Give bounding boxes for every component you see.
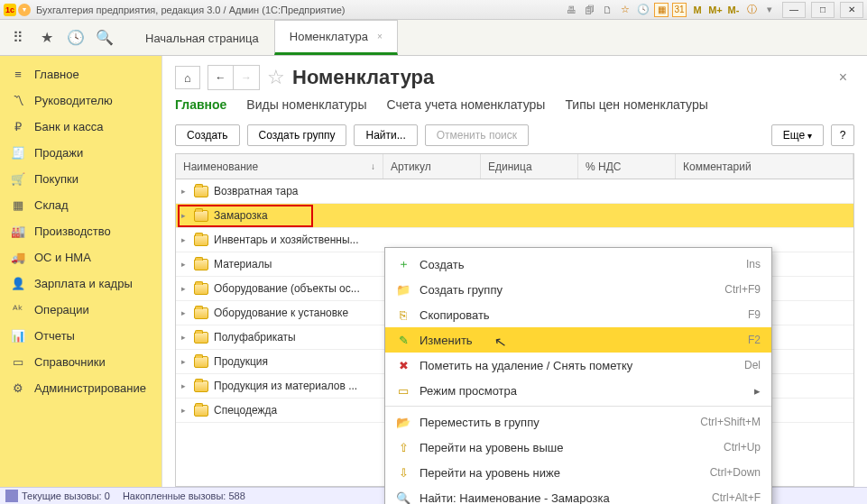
context-menu-item[interactable]: 📁Создать группуCtrl+F9 bbox=[385, 277, 771, 302]
close-page-button[interactable]: × bbox=[832, 66, 854, 89]
sidebar-item[interactable]: 🛒Покупки bbox=[0, 166, 161, 192]
sidebar-item-label: ОС и НМА bbox=[34, 251, 91, 264]
sidebar-item[interactable]: ▦Склад bbox=[0, 192, 161, 218]
context-menu-item[interactable]: ⇩Перейти на уровень нижеCtrl+Down bbox=[385, 460, 771, 485]
expand-icon[interactable]: ▸ bbox=[181, 333, 189, 342]
expand-icon[interactable]: ▸ bbox=[181, 260, 189, 269]
sidebar-icon: 🛒 bbox=[11, 172, 25, 186]
sidebar-item[interactable]: ⚙Администрирование bbox=[0, 375, 161, 401]
mem-mminus[interactable]: M- bbox=[726, 3, 741, 17]
apps-icon[interactable]: ⠿ bbox=[7, 27, 29, 49]
expand-icon[interactable]: ▸ bbox=[181, 406, 189, 415]
sidebar-item[interactable]: 🏭Производство bbox=[0, 218, 161, 244]
table-row[interactable]: ▸Возвратная тара bbox=[176, 179, 853, 204]
sidebar-item[interactable]: ≡Главное bbox=[0, 61, 161, 87]
context-menu-item[interactable]: ✎ИзменитьF2 bbox=[385, 327, 771, 353]
home-button[interactable]: ⌂ bbox=[175, 66, 200, 89]
window-titlebar: 1c ▾ Бухгалтерия предприятия, редакция 3… bbox=[0, 0, 867, 20]
expand-icon[interactable]: ▸ bbox=[181, 381, 189, 390]
menu-label: Найти: Наименование - Замарозка bbox=[420, 491, 703, 505]
info-dd-icon[interactable]: ▾ bbox=[762, 3, 777, 17]
sidebar-item[interactable]: 🧾Продажи bbox=[0, 140, 161, 166]
sidebar-icon: 〽 bbox=[11, 94, 25, 107]
sub-tab[interactable]: Главное bbox=[175, 97, 226, 115]
close-window-button[interactable]: ✕ bbox=[840, 2, 863, 18]
col-article[interactable]: Артикул bbox=[383, 154, 481, 179]
titlebar-calc-icon[interactable]: ▦ bbox=[654, 3, 669, 17]
table-row[interactable]: ▸Замарозка bbox=[176, 204, 853, 228]
more-button[interactable]: Еще bbox=[771, 124, 824, 146]
tab-nomenclature[interactable]: Номенклатура× bbox=[274, 20, 398, 55]
titlebar-tool-icon[interactable]: 🖶 bbox=[564, 3, 578, 17]
page-header: ⌂ ← → ☆ Номенклатура × bbox=[175, 65, 854, 90]
sidebar-item[interactable]: ▭Справочники bbox=[0, 349, 161, 375]
titlebar-star-icon[interactable]: ☆ bbox=[618, 3, 632, 17]
sidebar-item[interactable]: 📊Отчеты bbox=[0, 323, 161, 349]
find-button[interactable]: Найти... bbox=[354, 124, 417, 146]
sub-tab[interactable]: Виды номенклатуры bbox=[246, 97, 366, 115]
sidebar-item[interactable]: 👤Зарплата и кадры bbox=[0, 270, 161, 297]
context-menu-item[interactable]: ⎘СкопироватьF9 bbox=[385, 302, 771, 327]
mem-m[interactable]: M bbox=[690, 3, 705, 17]
context-menu-item[interactable]: ▭Режим просмотра▸ bbox=[385, 378, 771, 403]
sidebar-item-label: Руководителю bbox=[34, 94, 113, 107]
info-icon[interactable]: ⓘ bbox=[744, 3, 759, 17]
minimize-button[interactable]: — bbox=[782, 2, 806, 18]
sidebar-item[interactable]: ₽Банк и касса bbox=[0, 114, 161, 140]
menu-icon: 📂 bbox=[396, 416, 410, 429]
search-icon[interactable]: 🔍 bbox=[94, 27, 115, 49]
context-menu-item[interactable]: 📂Переместить в группуCtrl+Shift+M bbox=[385, 409, 771, 435]
forward-button[interactable]: → bbox=[234, 66, 259, 89]
sidebar-item[interactable]: 🚚ОС и НМА bbox=[0, 244, 161, 270]
sidebar-item[interactable]: ᴬᵏОперации bbox=[0, 297, 161, 323]
context-menu-item[interactable]: ✖Пометить на удаление / Снять пометкуDel bbox=[385, 353, 771, 378]
sub-tab[interactable]: Типы цен номенклатуры bbox=[565, 97, 707, 115]
menu-separator bbox=[385, 406, 771, 407]
col-comment[interactable]: Комментарий bbox=[676, 154, 853, 179]
col-vat[interactable]: % НДС bbox=[578, 154, 676, 179]
mem-mplus[interactable]: M+ bbox=[708, 3, 723, 17]
sidebar-item-label: Банк и касса bbox=[34, 120, 104, 133]
menu-label: Переместить в группу bbox=[420, 416, 691, 429]
history-icon[interactable]: 🕓 bbox=[65, 27, 87, 49]
titlebar-tool-icon[interactable]: 🗐 bbox=[582, 3, 596, 17]
sub-tab[interactable]: Счета учета номенклатуры bbox=[386, 97, 545, 115]
titlebar-clock-icon[interactable]: 🕓 bbox=[636, 3, 650, 17]
help-button[interactable]: ? bbox=[831, 124, 854, 146]
cancel-search-button[interactable]: Отменить поиск bbox=[425, 124, 529, 146]
create-button[interactable]: Создать bbox=[175, 124, 240, 146]
folder-icon bbox=[194, 234, 208, 246]
back-button[interactable]: ← bbox=[208, 66, 234, 89]
expand-icon[interactable]: ▸ bbox=[181, 308, 189, 317]
expand-icon[interactable]: ▸ bbox=[181, 284, 189, 293]
expand-icon[interactable]: ▸ bbox=[181, 211, 189, 220]
sidebar-item-label: Склад bbox=[34, 198, 69, 212]
menu-label: Изменить bbox=[420, 334, 739, 347]
col-unit[interactable]: Единица bbox=[481, 154, 578, 179]
expand-icon[interactable]: ▸ bbox=[181, 235, 189, 244]
maximize-button[interactable]: □ bbox=[811, 2, 835, 18]
favorite-icon[interactable]: ★ bbox=[36, 27, 58, 49]
app-logo-icon: 1c bbox=[4, 4, 16, 16]
dropdown-icon[interactable]: ▾ bbox=[18, 4, 31, 16]
menu-label: Создать bbox=[420, 258, 737, 271]
tab-home[interactable]: Начальная страница bbox=[130, 20, 274, 55]
context-menu-item[interactable]: 🔍Найти: Наименование - ЗамарозкаCtrl+Alt… bbox=[385, 485, 771, 504]
sidebar-icon: ▦ bbox=[11, 198, 25, 212]
favorite-star-icon[interactable]: ☆ bbox=[267, 66, 285, 89]
titlebar-cal-icon[interactable]: 31 bbox=[672, 3, 687, 17]
close-tab-icon[interactable]: × bbox=[377, 32, 383, 41]
context-menu-item[interactable]: ＋СоздатьIns bbox=[385, 252, 771, 277]
col-name[interactable]: Наименование↓ bbox=[176, 154, 383, 179]
create-group-button[interactable]: Создать группу bbox=[247, 124, 347, 146]
expand-icon[interactable]: ▸ bbox=[181, 187, 189, 196]
sidebar-icon: ₽ bbox=[11, 120, 25, 133]
titlebar-tool-icon[interactable]: 🗋 bbox=[600, 3, 614, 17]
context-menu-item[interactable]: ⇧Перейти на уровень вышеCtrl+Up bbox=[385, 435, 771, 460]
window-title: Бухгалтерия предприятия, редакция 3.0 / … bbox=[36, 5, 564, 15]
sidebar-item-label: Главное bbox=[34, 68, 79, 81]
expand-icon[interactable]: ▸ bbox=[181, 357, 189, 366]
sidebar-item[interactable]: 〽Руководителю bbox=[0, 87, 161, 114]
status-icon bbox=[5, 490, 18, 502]
folder-icon bbox=[194, 283, 208, 295]
